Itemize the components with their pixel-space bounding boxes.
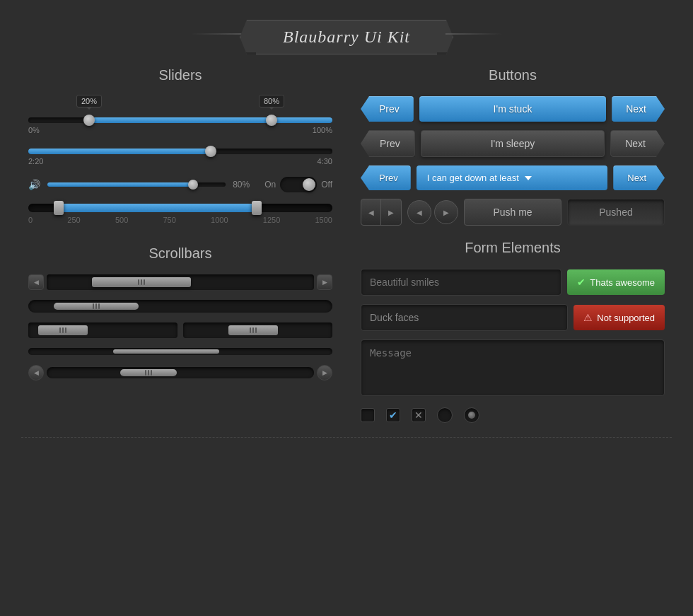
- volume-thumb[interactable]: [188, 180, 198, 190]
- arrow-left-btn[interactable]: ◀: [28, 365, 44, 380]
- checkbox-empty[interactable]: [361, 408, 375, 422]
- radio-dot: [468, 412, 475, 419]
- volume-pct: 80%: [233, 180, 257, 190]
- awesome-button[interactable]: ✔ Thats awesome: [567, 269, 665, 295]
- grip-3a3: [65, 327, 66, 333]
- right-panel: Buttons Prev I'm stuck Next Prev I'm sle…: [346, 67, 665, 423]
- range-label-1250: 1250: [263, 216, 280, 224]
- next-button-3[interactable]: Next: [613, 165, 665, 190]
- message-textarea[interactable]: [361, 339, 665, 396]
- not-supported-button[interactable]: ⚠ Not supported: [573, 305, 665, 330]
- nav-left-small[interactable]: ◀: [361, 199, 381, 225]
- nav-arrows-small: ◀ ▶: [361, 199, 402, 226]
- grip-3b2: [252, 327, 254, 333]
- form-row-2: ⚠ Not supported: [361, 304, 665, 331]
- slider-2-min: 2:20: [28, 157, 43, 165]
- volume-track[interactable]: [47, 182, 226, 187]
- buttons-section: Buttons Prev I'm stuck Next Prev I'm sle…: [361, 67, 665, 226]
- controls-row: ✔ ✕: [361, 407, 665, 423]
- toggle-track[interactable]: [280, 177, 317, 192]
- scroll-thumb-3b[interactable]: [228, 325, 278, 335]
- grip-2b: [95, 303, 97, 309]
- nav-right-round[interactable]: ▶: [434, 200, 458, 224]
- grip-2a: [93, 303, 94, 309]
- banner: Blaubarry Ui Kit: [240, 20, 453, 54]
- check-icon: ✔: [577, 277, 586, 288]
- arrow-thumb[interactable]: [120, 369, 177, 376]
- grip-2c: [98, 303, 100, 309]
- scrollbar-3: [28, 322, 332, 338]
- slider-1-thumb2[interactable]: 80%: [266, 115, 277, 126]
- volume-row: 🔊 80% On Off: [28, 177, 332, 192]
- scroll-track-3a[interactable]: [28, 322, 177, 338]
- slider-1-tooltip2: 80%: [259, 95, 284, 107]
- toggle-on-label: On: [264, 180, 276, 190]
- scroll-track-2[interactable]: [28, 300, 332, 313]
- scrollbar-2: [28, 300, 332, 313]
- form-row-3: [361, 339, 665, 399]
- scroll-right-btn-1[interactable]: ▶: [317, 274, 332, 290]
- range-track[interactable]: [28, 204, 332, 212]
- slider-1-track[interactable]: 20% 80%: [28, 117, 332, 123]
- button-row-3: Prev I can get down at least Next: [361, 165, 665, 190]
- scrollbar-4[interactable]: [28, 348, 332, 355]
- button-row-1: Prev I'm stuck Next: [361, 96, 665, 122]
- slider-2-labels: 2:20 4:30: [28, 157, 332, 165]
- scroll-left-btn-1[interactable]: ◀: [28, 274, 44, 290]
- grip-1a: [138, 279, 139, 285]
- range-label-750: 750: [163, 216, 176, 224]
- push-me-button[interactable]: Push me: [464, 199, 561, 226]
- scroll-thumb-4[interactable]: [113, 349, 219, 354]
- range-thumb-left[interactable]: [54, 201, 64, 215]
- sliders-section: Sliders 20% 80% 0% 100%: [28, 67, 332, 224]
- pushed-button[interactable]: Pushed: [567, 199, 665, 226]
- prev-button-1[interactable]: Prev: [361, 96, 414, 122]
- slider-2: 2:20 4:30: [28, 149, 332, 165]
- scroll-track-3b[interactable]: [183, 322, 332, 338]
- scroll-thumb-3a[interactable]: [38, 325, 88, 335]
- next-button-1[interactable]: Next: [612, 96, 665, 122]
- checkbox-checked[interactable]: ✔: [386, 408, 400, 422]
- arrow-right-btn[interactable]: ▶: [317, 365, 332, 380]
- scroll-track-1[interactable]: [47, 274, 314, 290]
- grip-1b: [141, 279, 142, 285]
- slider-2-thumb[interactable]: [205, 146, 216, 157]
- button-row-4: ◀ ▶ ◀ ▶ Push me Pushed: [361, 199, 665, 226]
- ribbon-left: [191, 33, 248, 35]
- duck-faces-input[interactable]: [361, 304, 568, 331]
- radio-filled[interactable]: [464, 407, 479, 423]
- nav-left-round[interactable]: ◀: [407, 200, 431, 224]
- bottom-divider: [21, 437, 672, 438]
- beautiful-smiles-input[interactable]: [361, 269, 561, 296]
- dropdown-button[interactable]: I can get down at least: [417, 165, 608, 190]
- volume-icon: 🔊: [28, 179, 40, 190]
- arrow-track[interactable]: [47, 367, 314, 378]
- prev-button-2[interactable]: Prev: [361, 130, 415, 157]
- range-thumb-right[interactable]: [252, 201, 262, 215]
- next-button-2[interactable]: Next: [610, 130, 665, 157]
- form-row-1: ✔ Thats awesome: [361, 269, 665, 296]
- radio-empty[interactable]: [437, 407, 453, 423]
- slider-2-track[interactable]: [28, 149, 332, 154]
- slider-2-fill: [28, 149, 211, 154]
- prev-button-3[interactable]: Prev: [361, 165, 411, 190]
- nav-right-small[interactable]: ▶: [381, 199, 401, 225]
- scroll-thumb-1[interactable]: [92, 277, 191, 287]
- grip-3a2: [62, 327, 64, 333]
- checkbox-cross[interactable]: ✕: [412, 408, 426, 422]
- range-slider-row: 0 250 500 750 1000 1250 1500: [28, 204, 332, 224]
- slider-1-thumb1[interactable]: 20%: [83, 115, 95, 126]
- range-label-500: 500: [115, 216, 128, 224]
- slider-1-tooltip1: 20%: [76, 95, 102, 107]
- sliders-title: Sliders: [28, 67, 332, 83]
- volume-fill: [47, 182, 190, 187]
- stuck-button[interactable]: I'm stuck: [419, 96, 606, 122]
- range-labels: 0 250 500 750 1000 1250 1500: [28, 216, 332, 224]
- dropdown-caret-icon: [525, 176, 532, 180]
- scrollbar-1: ◀ ▶: [28, 274, 332, 290]
- slider-1: 20% 80% 0% 100%: [28, 96, 332, 134]
- sleepy-button[interactable]: I'm sleepy: [421, 130, 605, 157]
- scroll-thumb-2[interactable]: [54, 303, 139, 310]
- slider-2-max: 4:30: [318, 157, 332, 165]
- grip-3a1: [59, 327, 61, 333]
